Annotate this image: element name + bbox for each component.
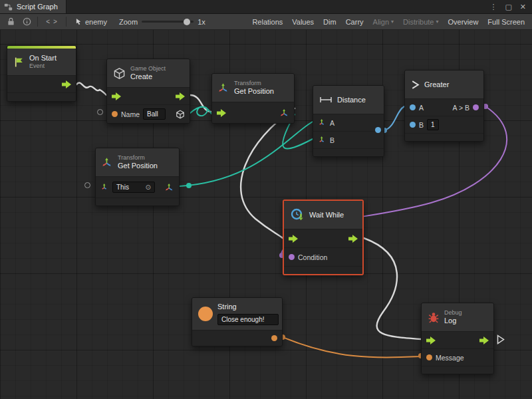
graph-icon <box>4 3 13 11</box>
flow-in-arrow-icon[interactable] <box>289 235 298 243</box>
window-close-icon[interactable]: ✕ <box>520 3 526 11</box>
node-title: Distance <box>337 96 366 104</box>
wire-float-distance-to-greater-a[interactable] <box>384 106 404 130</box>
port-label: Name <box>121 110 140 118</box>
name-input-field[interactable]: Ball <box>143 108 166 120</box>
bool-in-port[interactable] <box>289 254 295 260</box>
wire-flow-waitwhile-to-log[interactable] <box>364 238 421 339</box>
zoom-slider-handle[interactable] <box>184 19 190 25</box>
output-label: A > B <box>453 104 469 112</box>
vector3-out-port-icon[interactable] <box>280 108 289 118</box>
gameobject-out-port-cube-icon[interactable] <box>176 110 185 119</box>
bool-out-port[interactable] <box>473 104 479 110</box>
empty-port-ring[interactable] <box>97 109 103 115</box>
flag-icon <box>13 57 25 68</box>
string-input-port[interactable] <box>112 111 118 117</box>
zoom-slider[interactable] <box>142 21 194 23</box>
node-on-start-event[interactable]: On Start Event <box>7 45 76 102</box>
node-subtitle: Event <box>29 63 57 70</box>
graph-toolbar: < > enemy Zoom 1x Relations Values Dim C… <box>0 14 532 30</box>
node-title: String <box>217 303 279 311</box>
string-icon <box>198 307 213 321</box>
vector3-out-port-icon[interactable] <box>165 183 174 192</box>
graph-name[interactable]: enemy <box>69 18 114 26</box>
bug-icon <box>428 311 440 323</box>
relations-button[interactable]: Relations <box>247 15 287 29</box>
node-category: Game Object <box>130 65 166 72</box>
window-menu-icon[interactable]: ⋮ <box>489 3 497 11</box>
string-value-field[interactable]: Close enough! <box>217 314 279 325</box>
object-picker-icon[interactable]: ⊙ <box>142 183 151 192</box>
port-label: B <box>419 121 424 129</box>
wire-gameobject-create-loop[interactable] <box>190 106 211 116</box>
node-get-position-1[interactable]: Transform Get Position <box>211 73 295 124</box>
node-gameobject-create[interactable]: Game Object Create Name Ba <box>106 59 190 124</box>
port-label: Condition <box>298 253 327 261</box>
tab-script-graph[interactable]: Script Graph <box>0 0 66 13</box>
window-maximize-icon[interactable]: ▢ <box>505 3 511 11</box>
vector3-in-port-icon[interactable] <box>318 118 327 127</box>
port-label: A <box>330 119 334 127</box>
carry-button[interactable]: Carry <box>341 15 368 29</box>
flow-out-arrow-icon[interactable] <box>62 80 71 88</box>
wire-string-to-log-message[interactable] <box>283 337 421 357</box>
wire-vector-getposition2-to-distance-a[interactable] <box>180 122 313 186</box>
port-label: Message <box>436 354 464 362</box>
node-title: Get Position <box>234 87 274 96</box>
flow-out-arrow-icon[interactable] <box>479 336 489 344</box>
play-triangle-icon[interactable] <box>497 334 505 347</box>
node-string[interactable]: String Close enough! <box>192 297 283 346</box>
zoom-control: Zoom 1x <box>114 18 211 26</box>
dropdown-arrow-icon: ▾ <box>436 19 439 25</box>
float-out-port[interactable] <box>375 127 381 133</box>
dim-button[interactable]: Dim <box>319 15 341 29</box>
overview-button[interactable]: Overview <box>444 15 483 29</box>
fullscreen-button[interactable]: Full Screen <box>483 15 529 29</box>
node-distance[interactable]: Distance A B <box>313 85 384 157</box>
this-input-field[interactable]: This ⊙ <box>112 182 155 193</box>
port-label: B <box>330 136 334 144</box>
info-icon[interactable] <box>19 15 35 29</box>
script-graph-window: Script Graph ⋮ ▢ ✕ < > enemy Zoom <box>0 0 532 399</box>
empty-port-ring[interactable] <box>84 182 90 188</box>
node-get-position-2[interactable]: Transform Get Position This ⊙ <box>95 148 180 206</box>
distribute-button[interactable]: Distribute ▾ <box>398 15 443 29</box>
node-title: Get Position <box>118 162 158 170</box>
node-greater[interactable]: Greater A A > B B 1 <box>404 70 484 142</box>
flow-out-arrow-icon[interactable] <box>348 235 358 243</box>
flow-in-arrow-icon[interactable] <box>112 92 121 100</box>
b-value-field[interactable]: 1 <box>427 119 439 130</box>
zoom-label: Zoom <box>119 18 138 26</box>
zoom-value: 1x <box>198 18 205 26</box>
string-out-port[interactable] <box>271 335 277 341</box>
values-button[interactable]: Values <box>287 15 319 29</box>
node-debug-log[interactable]: Debug Log Message <box>421 303 494 374</box>
align-button[interactable]: Align ▾ <box>368 15 398 29</box>
node-title: Wait While <box>309 211 344 219</box>
title-bar: Script Graph ⋮ ▢ ✕ <box>0 0 532 14</box>
node-title: On Start <box>29 54 57 63</box>
distance-icon <box>319 96 332 104</box>
graph-name-label: enemy <box>85 18 107 26</box>
wire-flow-create-to-getposition1[interactable] <box>190 95 211 112</box>
flow-out-arrow-icon[interactable] <box>176 92 185 100</box>
transform-in-port-icon[interactable] <box>100 183 109 192</box>
greater-icon <box>411 80 420 90</box>
vector3-in-port-icon[interactable] <box>318 136 327 144</box>
lock-icon[interactable] <box>3 15 19 29</box>
node-title: Create <box>130 72 166 81</box>
node-category: Transform <box>118 154 158 162</box>
graph-canvas[interactable]: On Start Event Game Object <box>0 30 532 399</box>
cursor-icon <box>76 18 82 25</box>
float-in-port[interactable] <box>410 104 416 110</box>
port-label: A <box>419 104 424 112</box>
flow-in-arrow-icon[interactable] <box>217 109 226 117</box>
wait-clock-icon <box>290 207 305 222</box>
wire-flow-onstart-to-create[interactable] <box>76 82 106 95</box>
string-in-port[interactable] <box>426 354 432 360</box>
node-title: Greater <box>424 80 449 88</box>
node-wait-while[interactable]: Wait While Condition <box>283 200 364 275</box>
float-in-port[interactable] <box>410 122 416 128</box>
flow-in-arrow-icon[interactable] <box>426 336 436 344</box>
edit-source-icon[interactable]: < > <box>41 15 63 29</box>
